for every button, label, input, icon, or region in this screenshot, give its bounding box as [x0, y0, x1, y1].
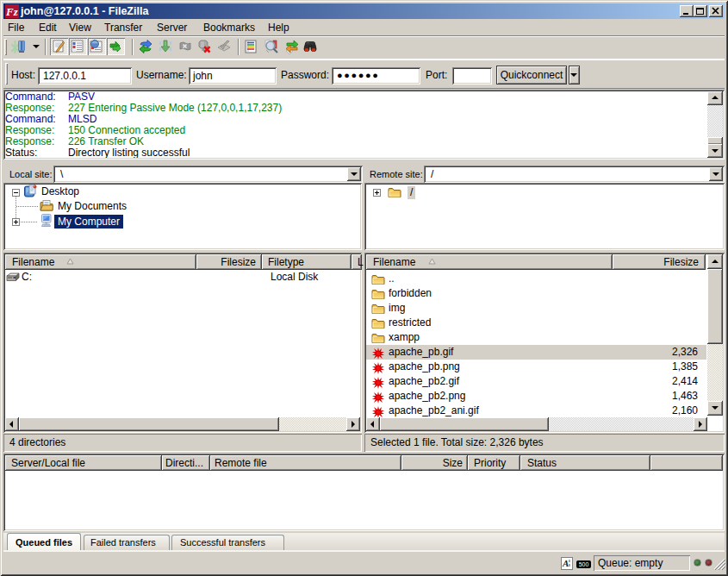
svg-text:A: A [562, 558, 569, 568]
svg-text:Fz: Fz [5, 5, 19, 18]
